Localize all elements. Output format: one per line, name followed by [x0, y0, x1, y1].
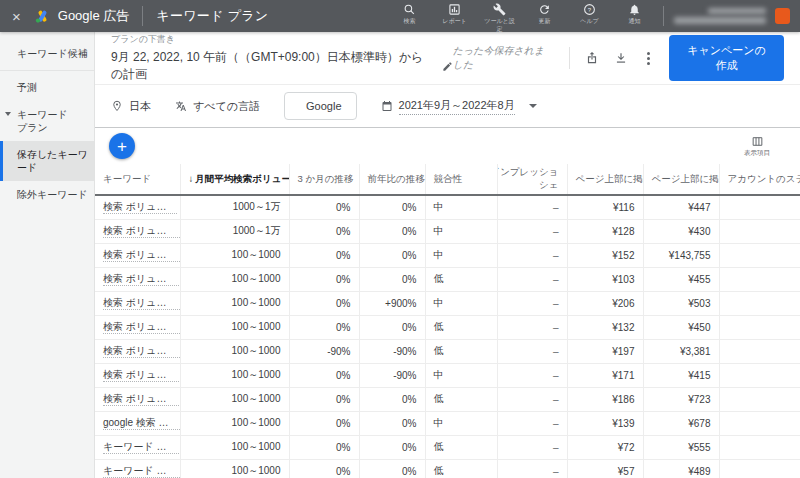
- account-status-cell: [719, 435, 800, 459]
- language-filter[interactable]: すべての言語: [175, 99, 260, 114]
- bid-low-cell: ¥128: [567, 219, 643, 243]
- sidebar-divider: [0, 70, 94, 71]
- bid-high-cell: ¥447: [643, 195, 719, 219]
- bid-high-cell: ¥723: [643, 387, 719, 411]
- competition-cell: 低: [425, 315, 497, 339]
- three-month-cell: 0%: [289, 195, 359, 219]
- more-options-button[interactable]: [643, 52, 654, 65]
- yoy-cell: 0%: [359, 411, 425, 435]
- account-info-redacted: [674, 8, 766, 24]
- keyword-cell: 検索 ボリューム 目安: [95, 315, 180, 339]
- account-status-cell: [719, 411, 800, 435]
- keyword-link[interactable]: 検索 ボリューム 調べ方: [103, 225, 180, 238]
- three-month-cell: -90%: [289, 339, 359, 363]
- account-area[interactable]: [663, 6, 790, 26]
- keyword-link[interactable]: 検索 ボリューム 目安: [103, 321, 180, 334]
- create-campaign-button[interactable]: キャンペーンの作成: [669, 35, 784, 81]
- location-pin-icon: [111, 100, 123, 112]
- impression-share-cell: –: [497, 387, 567, 411]
- impression-share-cell: –: [497, 435, 567, 459]
- avatar[interactable]: [775, 8, 790, 24]
- bid-high-cell: ¥503: [643, 291, 719, 315]
- reports-nav-button[interactable]: レポート: [432, 3, 477, 25]
- header-three-month-change[interactable]: 3 か月の推移: [289, 164, 359, 195]
- topbar: × Google 広告 キーワード プラン 検索 レポート ツールと設定: [0, 0, 800, 32]
- edit-icon[interactable]: [442, 61, 453, 72]
- keyword-link[interactable]: キーワード プランナー...: [103, 465, 180, 478]
- keyword-link[interactable]: キーワード プランナー ...: [103, 441, 180, 454]
- header-top-of-page-bid-low[interactable]: ページ上部に掲載さ: [567, 164, 643, 195]
- tools-nav-button[interactable]: ツールと設定: [477, 3, 522, 32]
- table-row: 検索 ボリューム キーワ...100～1000-90%-90%低–¥197¥3,…: [95, 339, 800, 363]
- chevron-down-icon: [529, 104, 537, 108]
- account-status-cell: [719, 387, 800, 411]
- yoy-cell: 0%: [359, 219, 425, 243]
- bid-low-cell: ¥171: [567, 363, 643, 387]
- account-status-cell: [719, 219, 800, 243]
- plan-draft-label: プランの下書き: [111, 33, 453, 46]
- keyword-cell: 検索 ボリューム: [95, 195, 180, 219]
- bid-low-cell: ¥103: [567, 267, 643, 291]
- notifications-icon: [628, 3, 641, 16]
- columns-tool-button[interactable]: 表示項目: [744, 135, 770, 158]
- header-account-status[interactable]: アカウントのステータス: [719, 164, 800, 195]
- keyword-link[interactable]: 検索 ボリューム: [103, 201, 177, 214]
- volume-cell: 100～1000: [180, 459, 289, 478]
- bid-high-cell: ¥415: [643, 363, 719, 387]
- competition-cell: 中: [425, 291, 497, 315]
- account-status-cell: [719, 195, 800, 219]
- volume-cell: 100～1000: [180, 291, 289, 315]
- network-filter[interactable]: Google: [284, 92, 356, 120]
- bid-high-cell: ¥143,755: [643, 243, 719, 267]
- volume-cell: 100～1000: [180, 411, 289, 435]
- sidebar-item-keyword-ideas[interactable]: キーワード候補: [0, 40, 94, 67]
- yoy-cell: 0%: [359, 387, 425, 411]
- volume-cell: 100～1000: [180, 435, 289, 459]
- date-range-filter[interactable]: 2021年9月～2022年8月: [381, 98, 537, 115]
- competition-cell: 中: [425, 363, 497, 387]
- share-button[interactable]: [585, 51, 599, 65]
- keyword-link[interactable]: google 検索 ボリューム...: [103, 417, 180, 430]
- notifications-nav-button[interactable]: 通知: [612, 3, 657, 25]
- competition-cell: 中: [425, 219, 497, 243]
- account-status-cell: [719, 363, 800, 387]
- keyword-link[interactable]: 検索 ボリューム 無料: [103, 297, 180, 310]
- header-top-of-page-bid-high[interactable]: ページ上部に掲載さ: [643, 164, 719, 195]
- header-competition[interactable]: 競合性: [425, 164, 497, 195]
- sidebar-item-negative-keywords[interactable]: 除外キーワード: [0, 181, 94, 208]
- refresh-nav-button[interactable]: 更新: [522, 3, 567, 25]
- sidebar-item-keyword-plan[interactable]: キーワード プラン: [0, 101, 94, 141]
- search-nav-button[interactable]: 検索: [387, 3, 432, 25]
- header-keyword[interactable]: キーワード: [95, 164, 180, 195]
- refresh-icon: [538, 3, 551, 16]
- account-status-cell: [719, 315, 800, 339]
- keyword-link[interactable]: 検索 ボリューム キーワ...: [103, 345, 180, 358]
- sidebar-item-saved-keywords[interactable]: 保存したキーワード: [0, 141, 94, 181]
- header-yoy-change[interactable]: 前年比の推移: [359, 164, 425, 195]
- keyword-link[interactable]: 検索 ボリューム 調べ 方...: [103, 393, 180, 406]
- download-button[interactable]: [614, 51, 628, 65]
- header-ad-impression-share[interactable]: 広告インプレッショシェ: [497, 164, 567, 195]
- keyword-link[interactable]: 検索 ボリューム と は: [103, 273, 180, 286]
- header-avg-monthly-searches[interactable]: ↓月間平均検索ボリューム: [180, 164, 289, 195]
- sidebar-item-forecast[interactable]: 予測: [0, 74, 94, 101]
- expand-caret-icon: [5, 112, 11, 116]
- account-status-cell: [719, 459, 800, 478]
- page-title: キーワード プラン: [156, 7, 268, 25]
- sort-desc-icon: ↓: [189, 173, 194, 184]
- volume-cell: 100～1000: [180, 243, 289, 267]
- close-icon[interactable]: ×: [12, 9, 21, 24]
- volume-cell: 100～1000: [180, 267, 289, 291]
- yoy-cell: 0%: [359, 435, 425, 459]
- table-row: 検索 ボリューム と は100～10000%0%低–¥103¥455: [95, 267, 800, 291]
- competition-cell: 中: [425, 411, 497, 435]
- add-keywords-button[interactable]: +: [109, 133, 135, 159]
- help-nav-button[interactable]: ? ヘルプ: [567, 3, 612, 25]
- bid-low-cell: ¥116: [567, 195, 643, 219]
- location-filter[interactable]: 日本: [111, 99, 151, 114]
- keyword-link[interactable]: 検索 ボリューム 調べ 方...: [103, 369, 180, 382]
- keyword-link[interactable]: 検索 ボリューム google: [103, 249, 180, 262]
- header-divider: [569, 47, 570, 69]
- share-icon: [585, 51, 599, 65]
- bid-high-cell: ¥555: [643, 435, 719, 459]
